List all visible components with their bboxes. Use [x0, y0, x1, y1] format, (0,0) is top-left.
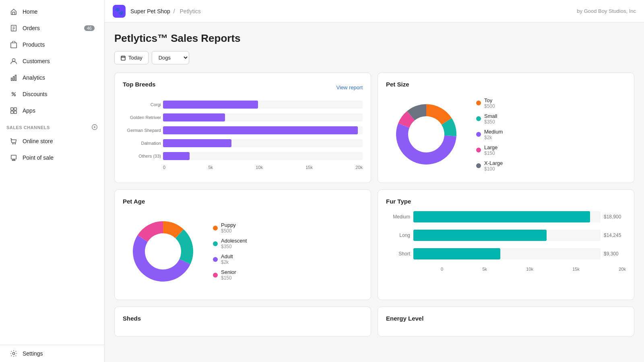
legend-item: Adolescent $350: [213, 238, 247, 249]
logo-emoji: 🐾: [115, 7, 124, 16]
legend-dot: [213, 241, 218, 246]
legend-value: $350: [484, 119, 497, 125]
top-breeds-bar-row: Golden Retriver: [163, 113, 363, 121]
x-axis-label: 10k: [256, 165, 263, 170]
species-filter-select[interactable]: Dogs: [152, 51, 189, 64]
bar-label: Dalmation: [127, 141, 161, 146]
svg-rect-14: [11, 111, 13, 113]
legend-dot: [213, 273, 218, 278]
legend-label: X-Large: [484, 160, 503, 166]
pet-size-chart-container: Toy $500 Small $350 Medium $2k Large $15…: [386, 94, 626, 175]
hbar-value: $9,300: [604, 251, 626, 257]
view-report-link[interactable]: View report: [336, 84, 363, 90]
sidebar-item-products-label: Products: [23, 41, 45, 48]
page-title: Petlytics™ Sales Reports: [114, 32, 634, 45]
svg-rect-8: [15, 75, 17, 81]
sidebar-item-products[interactable]: Products: [3, 37, 101, 53]
legend-value: $150: [221, 275, 236, 281]
pet-age-chart-container: Puppy $500 Adolescent $350 Adult $2k Sen…: [123, 211, 363, 292]
legend-value: $2k: [484, 135, 503, 140]
pet-age-legend: Puppy $500 Adolescent $350 Adult $2k Sen…: [213, 222, 247, 281]
hbar-track: [413, 248, 601, 259]
breadcrumb-current: Petlytics: [180, 8, 201, 14]
bar-fill: [163, 139, 231, 147]
filter-bar: Today Dogs: [114, 51, 634, 64]
svg-point-10: [14, 95, 16, 96]
sidebar-item-point-of-sale[interactable]: Point of sale: [3, 150, 101, 166]
legend-label: Puppy: [221, 222, 236, 228]
legend-value: $2k: [221, 259, 233, 265]
x-axis-label: 0: [441, 267, 443, 272]
sidebar-item-customers[interactable]: Customers: [3, 53, 101, 69]
legend-label: Medium: [484, 129, 503, 135]
online-store-icon: [10, 137, 18, 145]
today-filter-button[interactable]: Today: [114, 51, 149, 64]
pet-age-title: Pet Age: [123, 198, 363, 205]
sidebar-item-apps-label: Apps: [23, 107, 35, 114]
bar-label: Golden Retriver: [127, 115, 161, 120]
svg-point-20: [15, 143, 16, 144]
sidebar-item-online-store-label: Online store: [23, 138, 53, 144]
bar-track: [163, 126, 363, 134]
bar-label: Corgi: [127, 102, 161, 107]
sidebar-item-orders-label: Orders: [23, 25, 40, 31]
hbar-value: $18,900: [604, 214, 626, 220]
sidebar-item-orders[interactable]: Orders 46: [3, 20, 101, 36]
legend-item: Toy $500: [476, 97, 503, 109]
fur-type-x-axis: 05k10k15k20k: [413, 267, 626, 272]
svg-point-5: [12, 59, 15, 62]
fur-type-chart: Medium $18,900 Long $14,245 Short $9,300: [386, 211, 626, 259]
app-logo: 🐾: [113, 5, 126, 18]
sidebar-item-analytics-label: Analytics: [23, 74, 45, 81]
sidebar-item-analytics[interactable]: Analytics: [3, 70, 101, 86]
cards-grid: Top Breeds View report Corgi Golden Retr…: [114, 72, 634, 337]
bar-track: [163, 139, 363, 147]
sidebar-item-home[interactable]: Home: [3, 4, 101, 20]
breadcrumb-parent[interactable]: Super Pet Shop: [130, 8, 170, 14]
sales-channels-section: SALES CHANNELS: [0, 119, 104, 133]
sidebar: Home Orders 46 Products Customers: [0, 0, 105, 362]
fur-type-card: Fur Type Medium $18,900 Long $14,245 Sho…: [378, 189, 634, 300]
add-sales-channel-icon[interactable]: [91, 124, 98, 131]
today-filter-label: Today: [128, 55, 142, 61]
legend-dot: [476, 132, 481, 137]
main-area: 🐾 Super Pet Shop / Petlytics by Good Boy…: [105, 0, 644, 362]
legend-item: Medium $2k: [476, 129, 503, 140]
sidebar-nav: Home Orders 46 Products Customers: [0, 0, 104, 169]
x-axis-label: 20k: [619, 267, 626, 272]
breadcrumb: Super Pet Shop / Petlytics: [130, 8, 202, 14]
legend-label: Toy: [484, 97, 495, 103]
pet-age-donut-svg: [123, 211, 203, 292]
svg-rect-15: [14, 111, 17, 113]
sidebar-item-discounts-label: Discounts: [23, 91, 47, 97]
legend-value: $500: [221, 228, 236, 234]
legend-label: Small: [484, 113, 497, 119]
energy-level-title: Energy Level: [386, 315, 626, 322]
pet-size-card: Pet Size Toy $500 Small $350 Medium $2k: [378, 72, 634, 183]
sheds-title: Sheds: [123, 315, 363, 322]
legend-label: Adult: [221, 253, 233, 259]
bar-label: Others (33): [127, 154, 161, 158]
hbar-fill: [413, 248, 500, 259]
fur-type-bar-row: Short $9,300: [386, 248, 626, 259]
customers-icon: [10, 57, 18, 65]
orders-badge: 46: [84, 25, 95, 31]
top-breeds-bar-row: Corgi: [163, 101, 363, 109]
sidebar-item-settings[interactable]: Settings: [3, 346, 101, 362]
products-icon: [10, 41, 18, 49]
pos-icon: [10, 154, 18, 162]
fur-type-bar-row: Medium $18,900: [386, 211, 626, 222]
bar-track: [163, 101, 363, 109]
bar-track: [163, 152, 363, 160]
energy-level-card: Energy Level: [378, 306, 634, 337]
pet-age-card: Pet Age Puppy $500 Adolescent $350 Adult…: [114, 189, 371, 300]
analytics-icon: [10, 74, 18, 82]
hbar-track: [413, 230, 601, 241]
sidebar-item-online-store[interactable]: Online store: [3, 133, 101, 149]
x-axis-label: 15k: [305, 165, 313, 170]
top-breeds-bar-row: Others (33): [163, 152, 363, 160]
legend-value: $100: [484, 166, 503, 172]
topbar-byline: by Good Boy Studios, Inc: [577, 8, 636, 14]
sidebar-item-apps[interactable]: Apps: [3, 103, 101, 119]
sidebar-item-discounts[interactable]: Discounts: [3, 86, 101, 102]
